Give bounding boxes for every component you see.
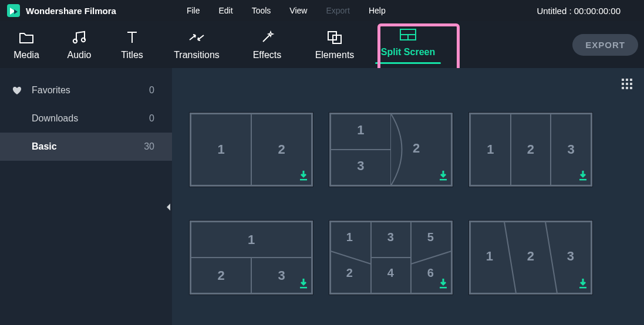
shapes-icon (326, 29, 343, 46)
tab-effects[interactable]: Effects (235, 21, 299, 68)
filmora-logo-icon (7, 4, 20, 17)
download-icon[interactable] (578, 170, 588, 183)
template-thumb[interactable]: 1 2 3 (469, 221, 592, 294)
template-thumb[interactable]: 1 2 3 (190, 221, 313, 294)
svg-rect-22 (579, 287, 586, 289)
app-name: Wondershare Filmora (26, 6, 116, 16)
menu-export: Export (316, 2, 359, 19)
download-icon[interactable] (578, 278, 588, 291)
text-icon (126, 29, 139, 46)
sidebar: Favorites 0 Downloads 0 Basic 30 (0, 68, 172, 325)
tab-titles[interactable]: Titles (106, 21, 159, 68)
svg-point-2 (82, 38, 85, 42)
svg-rect-14 (630, 87, 632, 89)
download-icon[interactable] (439, 278, 448, 291)
document-title: Untitled : 00:00:00:00 (537, 6, 644, 16)
export-button[interactable]: EXPORT (572, 34, 638, 56)
split-screen-icon (399, 26, 417, 43)
menu-edit[interactable]: Edit (210, 2, 242, 19)
menu-bar: File Edit Tools View Export Help (177, 2, 395, 19)
folder-icon (19, 29, 34, 46)
download-icon[interactable] (439, 170, 448, 183)
grid-view-icon[interactable] (622, 79, 632, 92)
download-icon[interactable] (299, 278, 308, 291)
music-note-icon (72, 29, 87, 46)
app-logo: Wondershare Filmora (0, 4, 124, 17)
template-thumb[interactable]: 1 2 3 (329, 113, 453, 187)
svg-point-1 (73, 39, 77, 43)
sidebar-item-favorites[interactable]: Favorites 0 (0, 76, 172, 104)
tab-audio[interactable]: Audio (53, 21, 106, 68)
svg-rect-12 (622, 87, 624, 89)
menu-help[interactable]: Help (359, 2, 395, 19)
svg-rect-10 (626, 83, 628, 85)
wand-icon (259, 29, 275, 46)
svg-rect-17 (579, 179, 586, 181)
tab-split-screen[interactable]: Split Screen (367, 21, 449, 68)
svg-rect-11 (630, 83, 632, 85)
tab-elements[interactable]: Elements (299, 21, 370, 68)
collapse-sidebar-icon[interactable] (166, 203, 171, 214)
svg-rect-8 (630, 79, 632, 81)
svg-rect-9 (622, 83, 624, 85)
tab-transitions[interactable]: Transitions (159, 21, 235, 68)
svg-rect-16 (440, 179, 447, 181)
svg-rect-18 (300, 287, 307, 289)
transitions-icon (188, 29, 205, 46)
sidebar-item-downloads[interactable]: Downloads 0 (0, 104, 172, 133)
svg-rect-7 (626, 79, 628, 81)
svg-rect-13 (626, 87, 628, 89)
tab-media[interactable]: Media (0, 21, 53, 68)
download-icon[interactable] (299, 170, 308, 183)
menu-file[interactable]: File (177, 2, 210, 19)
svg-rect-6 (622, 79, 624, 81)
template-gallery: 1 2 1 2 3 1 2 3 (172, 68, 644, 325)
svg-rect-15 (300, 179, 307, 181)
menu-view[interactable]: View (280, 2, 316, 19)
sidebar-item-basic[interactable]: Basic 30 (0, 133, 172, 161)
menu-tools[interactable]: Tools (242, 2, 281, 19)
template-thumb[interactable]: 1 2 3 (469, 113, 592, 187)
svg-rect-20 (440, 287, 447, 289)
heart-icon (12, 86, 29, 95)
template-thumb[interactable]: 1 2 3 4 5 6 (329, 221, 453, 294)
template-thumb[interactable]: 1 2 (190, 113, 313, 187)
